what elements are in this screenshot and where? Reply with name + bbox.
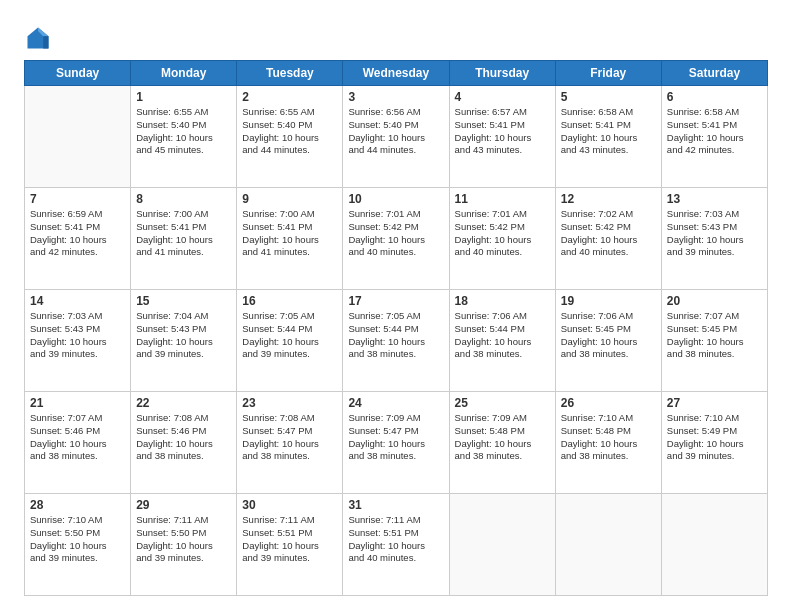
day-content: Sunrise: 7:08 AM Sunset: 5:46 PM Dayligh…	[136, 412, 231, 463]
day-number: 10	[348, 192, 443, 206]
day-content: Sunrise: 7:10 AM Sunset: 5:50 PM Dayligh…	[30, 514, 125, 565]
day-number: 20	[667, 294, 762, 308]
day-number: 14	[30, 294, 125, 308]
day-content: Sunrise: 7:04 AM Sunset: 5:43 PM Dayligh…	[136, 310, 231, 361]
day-number: 5	[561, 90, 656, 104]
day-content: Sunrise: 6:59 AM Sunset: 5:41 PM Dayligh…	[30, 208, 125, 259]
day-number: 13	[667, 192, 762, 206]
day-content: Sunrise: 6:58 AM Sunset: 5:41 PM Dayligh…	[667, 106, 762, 157]
day-number: 28	[30, 498, 125, 512]
day-cell: 15Sunrise: 7:04 AM Sunset: 5:43 PM Dayli…	[131, 290, 237, 392]
col-header-saturday: Saturday	[661, 61, 767, 86]
day-cell: 18Sunrise: 7:06 AM Sunset: 5:44 PM Dayli…	[449, 290, 555, 392]
day-content: Sunrise: 7:03 AM Sunset: 5:43 PM Dayligh…	[667, 208, 762, 259]
day-cell: 1Sunrise: 6:55 AM Sunset: 5:40 PM Daylig…	[131, 86, 237, 188]
day-cell: 6Sunrise: 6:58 AM Sunset: 5:41 PM Daylig…	[661, 86, 767, 188]
day-cell: 13Sunrise: 7:03 AM Sunset: 5:43 PM Dayli…	[661, 188, 767, 290]
day-content: Sunrise: 7:06 AM Sunset: 5:45 PM Dayligh…	[561, 310, 656, 361]
day-content: Sunrise: 7:05 AM Sunset: 5:44 PM Dayligh…	[242, 310, 337, 361]
day-cell: 14Sunrise: 7:03 AM Sunset: 5:43 PM Dayli…	[25, 290, 131, 392]
day-cell: 5Sunrise: 6:58 AM Sunset: 5:41 PM Daylig…	[555, 86, 661, 188]
day-cell	[661, 494, 767, 596]
day-content: Sunrise: 6:58 AM Sunset: 5:41 PM Dayligh…	[561, 106, 656, 157]
day-number: 8	[136, 192, 231, 206]
day-number: 7	[30, 192, 125, 206]
day-number: 4	[455, 90, 550, 104]
day-number: 3	[348, 90, 443, 104]
day-number: 26	[561, 396, 656, 410]
day-number: 22	[136, 396, 231, 410]
week-row-0: 1Sunrise: 6:55 AM Sunset: 5:40 PM Daylig…	[25, 86, 768, 188]
day-number: 6	[667, 90, 762, 104]
day-cell: 29Sunrise: 7:11 AM Sunset: 5:50 PM Dayli…	[131, 494, 237, 596]
day-cell: 9Sunrise: 7:00 AM Sunset: 5:41 PM Daylig…	[237, 188, 343, 290]
day-content: Sunrise: 7:03 AM Sunset: 5:43 PM Dayligh…	[30, 310, 125, 361]
calendar-table: SundayMondayTuesdayWednesdayThursdayFrid…	[24, 60, 768, 596]
logo	[24, 24, 56, 52]
day-content: Sunrise: 6:55 AM Sunset: 5:40 PM Dayligh…	[136, 106, 231, 157]
day-content: Sunrise: 6:57 AM Sunset: 5:41 PM Dayligh…	[455, 106, 550, 157]
day-content: Sunrise: 7:00 AM Sunset: 5:41 PM Dayligh…	[136, 208, 231, 259]
day-content: Sunrise: 6:56 AM Sunset: 5:40 PM Dayligh…	[348, 106, 443, 157]
day-content: Sunrise: 7:07 AM Sunset: 5:45 PM Dayligh…	[667, 310, 762, 361]
day-content: Sunrise: 7:06 AM Sunset: 5:44 PM Dayligh…	[455, 310, 550, 361]
day-number: 24	[348, 396, 443, 410]
col-header-friday: Friday	[555, 61, 661, 86]
col-header-tuesday: Tuesday	[237, 61, 343, 86]
day-number: 19	[561, 294, 656, 308]
day-cell: 31Sunrise: 7:11 AM Sunset: 5:51 PM Dayli…	[343, 494, 449, 596]
day-cell: 27Sunrise: 7:10 AM Sunset: 5:49 PM Dayli…	[661, 392, 767, 494]
day-content: Sunrise: 7:08 AM Sunset: 5:47 PM Dayligh…	[242, 412, 337, 463]
day-number: 9	[242, 192, 337, 206]
day-number: 15	[136, 294, 231, 308]
day-cell	[555, 494, 661, 596]
day-cell: 20Sunrise: 7:07 AM Sunset: 5:45 PM Dayli…	[661, 290, 767, 392]
day-cell: 11Sunrise: 7:01 AM Sunset: 5:42 PM Dayli…	[449, 188, 555, 290]
day-number: 18	[455, 294, 550, 308]
day-number: 31	[348, 498, 443, 512]
day-content: Sunrise: 7:11 AM Sunset: 5:51 PM Dayligh…	[242, 514, 337, 565]
day-cell	[25, 86, 131, 188]
day-content: Sunrise: 7:02 AM Sunset: 5:42 PM Dayligh…	[561, 208, 656, 259]
day-number: 1	[136, 90, 231, 104]
day-cell: 23Sunrise: 7:08 AM Sunset: 5:47 PM Dayli…	[237, 392, 343, 494]
day-content: Sunrise: 7:10 AM Sunset: 5:49 PM Dayligh…	[667, 412, 762, 463]
day-content: Sunrise: 7:07 AM Sunset: 5:46 PM Dayligh…	[30, 412, 125, 463]
day-number: 25	[455, 396, 550, 410]
day-content: Sunrise: 7:01 AM Sunset: 5:42 PM Dayligh…	[348, 208, 443, 259]
day-cell: 7Sunrise: 6:59 AM Sunset: 5:41 PM Daylig…	[25, 188, 131, 290]
day-cell: 8Sunrise: 7:00 AM Sunset: 5:41 PM Daylig…	[131, 188, 237, 290]
header-row: SundayMondayTuesdayWednesdayThursdayFrid…	[25, 61, 768, 86]
day-cell: 16Sunrise: 7:05 AM Sunset: 5:44 PM Dayli…	[237, 290, 343, 392]
day-number: 16	[242, 294, 337, 308]
col-header-monday: Monday	[131, 61, 237, 86]
day-number: 17	[348, 294, 443, 308]
day-cell	[449, 494, 555, 596]
day-content: Sunrise: 7:09 AM Sunset: 5:48 PM Dayligh…	[455, 412, 550, 463]
day-cell: 25Sunrise: 7:09 AM Sunset: 5:48 PM Dayli…	[449, 392, 555, 494]
week-row-3: 21Sunrise: 7:07 AM Sunset: 5:46 PM Dayli…	[25, 392, 768, 494]
day-content: Sunrise: 7:10 AM Sunset: 5:48 PM Dayligh…	[561, 412, 656, 463]
day-number: 12	[561, 192, 656, 206]
header	[24, 20, 768, 52]
day-number: 11	[455, 192, 550, 206]
day-number: 21	[30, 396, 125, 410]
page: SundayMondayTuesdayWednesdayThursdayFrid…	[0, 0, 792, 612]
day-cell: 19Sunrise: 7:06 AM Sunset: 5:45 PM Dayli…	[555, 290, 661, 392]
day-content: Sunrise: 6:55 AM Sunset: 5:40 PM Dayligh…	[242, 106, 337, 157]
day-content: Sunrise: 7:05 AM Sunset: 5:44 PM Dayligh…	[348, 310, 443, 361]
day-content: Sunrise: 7:00 AM Sunset: 5:41 PM Dayligh…	[242, 208, 337, 259]
day-number: 29	[136, 498, 231, 512]
day-content: Sunrise: 7:01 AM Sunset: 5:42 PM Dayligh…	[455, 208, 550, 259]
day-cell: 2Sunrise: 6:55 AM Sunset: 5:40 PM Daylig…	[237, 86, 343, 188]
day-cell: 12Sunrise: 7:02 AM Sunset: 5:42 PM Dayli…	[555, 188, 661, 290]
week-row-1: 7Sunrise: 6:59 AM Sunset: 5:41 PM Daylig…	[25, 188, 768, 290]
day-cell: 28Sunrise: 7:10 AM Sunset: 5:50 PM Dayli…	[25, 494, 131, 596]
day-cell: 3Sunrise: 6:56 AM Sunset: 5:40 PM Daylig…	[343, 86, 449, 188]
day-content: Sunrise: 7:11 AM Sunset: 5:50 PM Dayligh…	[136, 514, 231, 565]
logo-icon	[24, 24, 52, 52]
day-cell: 22Sunrise: 7:08 AM Sunset: 5:46 PM Dayli…	[131, 392, 237, 494]
week-row-2: 14Sunrise: 7:03 AM Sunset: 5:43 PM Dayli…	[25, 290, 768, 392]
col-header-sunday: Sunday	[25, 61, 131, 86]
col-header-thursday: Thursday	[449, 61, 555, 86]
